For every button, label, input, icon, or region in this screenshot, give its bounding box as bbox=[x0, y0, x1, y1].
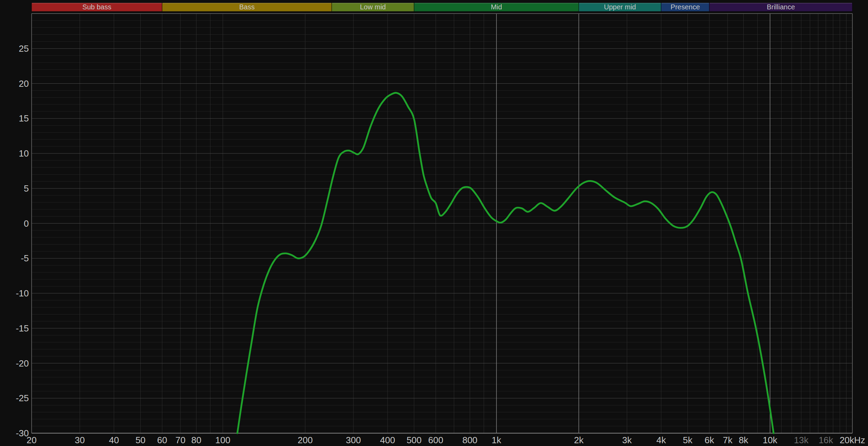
svg-text:60: 60 bbox=[157, 435, 167, 445]
band-label: Low mid bbox=[360, 3, 386, 11]
svg-text:-20: -20 bbox=[16, 358, 29, 369]
band-label: Presence bbox=[670, 3, 700, 11]
svg-text:4k: 4k bbox=[656, 435, 666, 445]
frequency-response-chart: SPL Sub bassBassLow midMidUpper midPrese… bbox=[0, 0, 868, 446]
band-label: Upper mid bbox=[604, 3, 636, 11]
band-label: Mid bbox=[491, 3, 502, 11]
svg-text:800: 800 bbox=[462, 435, 477, 445]
svg-text:10k: 10k bbox=[763, 435, 778, 445]
svg-text:500: 500 bbox=[407, 435, 422, 445]
svg-text:8k: 8k bbox=[739, 435, 749, 445]
svg-text:400: 400 bbox=[380, 435, 395, 445]
svg-text:5: 5 bbox=[24, 183, 29, 194]
svg-text:1k: 1k bbox=[492, 435, 501, 445]
svg-text:13k: 13k bbox=[794, 435, 809, 445]
svg-text:20: 20 bbox=[19, 78, 29, 89]
svg-text:200: 200 bbox=[298, 435, 312, 445]
svg-text:-5: -5 bbox=[21, 253, 29, 263]
svg-text:0: 0 bbox=[24, 218, 29, 229]
svg-text:10: 10 bbox=[19, 148, 29, 159]
svg-text:3k: 3k bbox=[622, 435, 632, 445]
svg-text:7k: 7k bbox=[723, 435, 733, 445]
svg-text:-10: -10 bbox=[16, 288, 29, 298]
band-label: Brilliance bbox=[767, 3, 795, 11]
svg-text:-15: -15 bbox=[16, 323, 29, 334]
svg-text:600: 600 bbox=[428, 435, 443, 445]
svg-text:80: 80 bbox=[191, 435, 201, 445]
svg-text:40: 40 bbox=[109, 435, 119, 445]
svg-text:16k: 16k bbox=[819, 435, 834, 445]
svg-text:6k: 6k bbox=[704, 435, 714, 445]
svg-text:15: 15 bbox=[19, 113, 29, 124]
band-label: Bass bbox=[239, 3, 254, 11]
chart-canvas: Sub bassBassLow midMidUpper midPresenceB… bbox=[0, 0, 868, 446]
svg-text:20kHz: 20kHz bbox=[840, 435, 865, 445]
svg-text:100: 100 bbox=[215, 435, 230, 445]
svg-text:5k: 5k bbox=[683, 435, 693, 445]
band-label: Sub bass bbox=[82, 3, 111, 11]
svg-text:-25: -25 bbox=[16, 393, 29, 403]
svg-text:50: 50 bbox=[135, 435, 145, 445]
svg-text:70: 70 bbox=[175, 435, 185, 445]
svg-text:25: 25 bbox=[19, 43, 29, 54]
svg-text:2k: 2k bbox=[574, 435, 584, 445]
svg-text:300: 300 bbox=[346, 435, 361, 445]
frequency-bands: Sub bassBassLow midMidUpper midPresenceB… bbox=[32, 3, 852, 11]
svg-text:30: 30 bbox=[75, 435, 85, 445]
svg-text:20: 20 bbox=[27, 435, 37, 445]
